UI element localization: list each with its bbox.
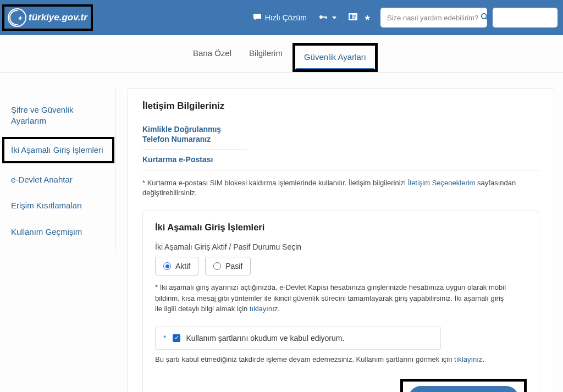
terms-help-text: Bu şartı kabul etmediğiniz takdirde işle… [155, 355, 454, 363]
radio-active-label: Aktif [175, 262, 190, 270]
search-input[interactable] [386, 13, 481, 23]
recovery-email-link[interactable]: Kurtarma e-Postası [142, 150, 539, 170]
svg-line-9 [486, 18, 488, 20]
terms-label: Kullanım şartlarını okudum ve kabul ediy… [186, 334, 344, 343]
account-box[interactable] [493, 8, 558, 27]
two-factor-select-label: İki Aşamalı Giriş Aktif / Pasif Durumu S… [155, 242, 527, 251]
contact-note-pre: * Kurtarma e-postası SIM blokesi kaldırm… [142, 179, 408, 187]
terms-help-link[interactable]: tıklayınız [454, 355, 482, 363]
sidebar-item-two-factor[interactable]: İki Aşamalı Giriş İşlemleri [4, 139, 112, 161]
two-factor-help-text: * İki aşamalı giriş ayarınızı açtığınızd… [155, 283, 506, 313]
quick-solution-button[interactable]: Hızlı Çözüm [247, 9, 313, 26]
tab-info[interactable]: Bilgilerim [241, 43, 290, 72]
site-name: türkiye.gov.tr [29, 12, 87, 23]
verified-phone-link[interactable]: Kimlikle Doğrulanmış Telefon Numaranız [142, 119, 247, 150]
tab-personal[interactable]: Bana Özel [185, 43, 239, 72]
two-factor-help: * İki aşamalı giriş ayarınızı açtığınızd… [155, 282, 507, 314]
radio-active[interactable]: Aktif [155, 257, 198, 275]
contact-options-link[interactable]: İletişim Seçeneklerim [408, 179, 476, 187]
top-tabs: Bana Özel Bilgilerim Güvenlik Ayarları [0, 35, 563, 73]
quick-solution-label: Hızlı Çözüm [265, 13, 307, 22]
required-asterisk: * [163, 334, 166, 343]
id-card-icon [349, 13, 357, 22]
chat-icon [253, 13, 262, 23]
save-settings-button[interactable]: AYARLARI KAYDET [409, 386, 518, 392]
two-factor-radio-group: Aktif Pasif [155, 257, 527, 275]
site-logo[interactable]: ★ türkiye.gov.tr [8, 8, 87, 27]
star-icon: ★ [364, 13, 371, 22]
svg-rect-4 [350, 15, 352, 19]
key-menu-button[interactable] [313, 9, 343, 26]
contact-note: * Kurtarma e-postası SIM blokesi kaldırm… [142, 178, 539, 199]
search-box[interactable] [380, 8, 487, 27]
tab-security[interactable]: Güvenlik Ayarları [296, 47, 374, 69]
contact-heading: İletişim Bilgileriniz [142, 101, 539, 112]
terms-checkbox-row[interactable]: * ✓ Kullanım şartlarını okudum ve kabul … [155, 327, 441, 350]
settings-sidebar: Şifre ve Güvenlik Ayarlarım İki Aşamalı … [0, 88, 115, 253]
key-icon [319, 13, 328, 23]
svg-rect-5 [354, 15, 356, 15]
favorites-button[interactable]: ★ [343, 9, 377, 26]
save-row: AYARLARI KAYDET [155, 379, 527, 392]
radio-passive-dot [213, 262, 221, 270]
sidebar-item-edevlet-key[interactable]: e-Devlet Anahtar [0, 167, 115, 193]
sidebar-item-access-restrictions[interactable]: Erişim Kısıtlamaları [0, 192, 115, 219]
sidebar-item-two-factor-highlight-box: İki Aşamalı Giriş İşlemleri [2, 137, 114, 163]
page-layout: Şifre ve Güvenlik Ayarlarım İki Aşamalı … [0, 73, 563, 392]
two-factor-heading: İki Aşamalı Giriş İşlemleri [155, 222, 527, 233]
sidebar-item-usage-history[interactable]: Kullanım Geçmişim [0, 219, 115, 245]
svg-point-8 [482, 13, 487, 18]
logo-icon: ★ [8, 8, 26, 27]
chevron-down-icon [332, 16, 336, 19]
svg-rect-6 [354, 16, 356, 17]
save-highlight-box: AYARLARI KAYDET [400, 379, 527, 392]
search-icon[interactable] [481, 13, 489, 23]
radio-active-dot [163, 262, 171, 270]
terms-checkbox[interactable]: ✓ [173, 334, 180, 342]
settings-card: İletişim Bilgileriniz Kimlikle Doğrulanm… [128, 88, 554, 392]
terms-help: Bu şartı kabul etmediğiniz takdirde işle… [155, 354, 507, 365]
sidebar-item-password-security[interactable]: Şifre ve Güvenlik Ayarlarım [0, 97, 115, 134]
svg-rect-7 [354, 18, 356, 19]
radio-passive-label: Pasif [225, 262, 242, 270]
two-factor-panel: İki Aşamalı Giriş İşlemleri İki Aşamalı … [142, 211, 539, 392]
two-factor-help-link[interactable]: tıklayınız [250, 305, 278, 313]
radio-passive[interactable]: Pasif [205, 257, 251, 275]
logo-highlight-box: ★ türkiye.gov.tr [2, 4, 93, 31]
tab-security-highlight-box: Güvenlik Ayarları [292, 43, 378, 72]
svg-rect-2 [325, 16, 327, 19]
site-header: ★ türkiye.gov.tr Hızlı Çözüm ★ [0, 0, 563, 35]
main-content: İletişim Bilgileriniz Kimlikle Doğrulanm… [115, 88, 563, 392]
